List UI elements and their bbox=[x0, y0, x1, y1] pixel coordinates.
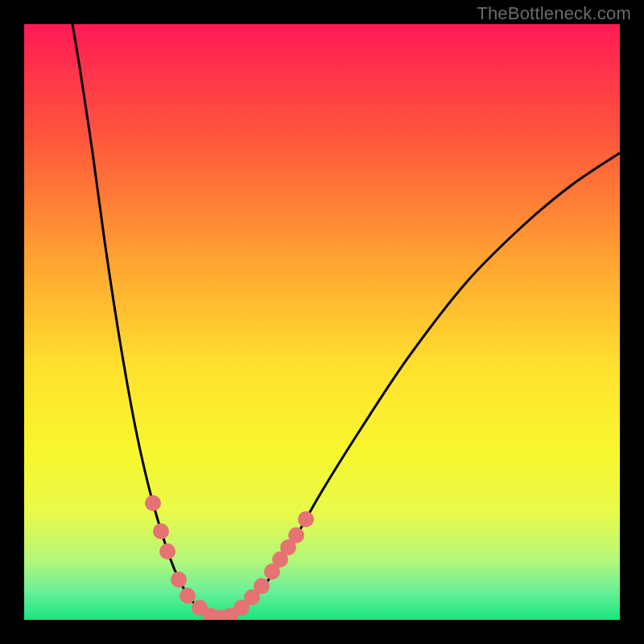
data-marker bbox=[298, 511, 314, 527]
data-marker bbox=[171, 572, 187, 588]
chart-svg bbox=[24, 24, 620, 620]
data-marker bbox=[180, 588, 196, 604]
data-marker bbox=[254, 578, 270, 594]
chart-background bbox=[24, 24, 620, 620]
chart-plot-area bbox=[24, 24, 620, 620]
data-marker bbox=[153, 523, 169, 539]
data-marker bbox=[145, 495, 161, 511]
watermark-text: TheBottleneck.com bbox=[477, 3, 631, 24]
data-marker bbox=[288, 527, 304, 543]
chart-frame: TheBottleneck.com bbox=[0, 0, 644, 644]
data-marker bbox=[159, 543, 175, 559]
